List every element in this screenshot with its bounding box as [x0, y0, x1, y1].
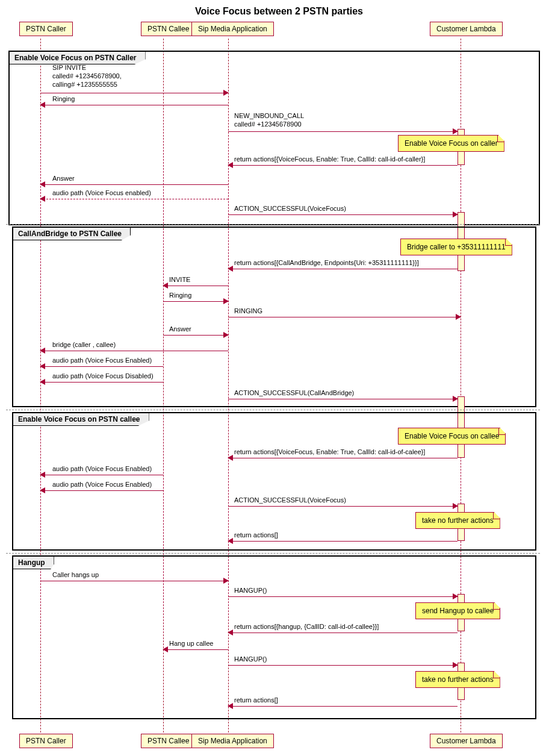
msg-answer-callee: Answer: [163, 329, 228, 330]
msg-hangup-callee: Hang up callee: [163, 643, 228, 644]
participant-caller-top: PSTN Caller: [19, 22, 73, 36]
msg-caller-hangs-up: Caller hangs up: [40, 575, 228, 575]
diagram-title: Voice Focus between 2 PSTN parties: [6, 6, 546, 17]
participant-callee-bottom: PSTN Callee: [141, 734, 196, 748]
msg-ringing-caller: Ringing: [40, 99, 228, 99]
note-enable-callee: Enable Voice Focus on callee: [398, 428, 506, 445]
msg-bridge: bridge (caller , callee): [40, 345, 228, 345]
msg-new-inbound: NEW_INBOUND_CALL called# +12345678900: [228, 125, 458, 126]
participant-lambda-bottom: Customer Lambda: [430, 734, 503, 748]
msg-ringing-lambda: RINGING: [228, 311, 461, 311]
note-send-hangup: send Hangup to callee: [415, 602, 500, 619]
note-enable-caller: Enable Voice Focus on caller: [398, 135, 504, 152]
msg-answer-caller: Answer: [40, 178, 228, 179]
msg-audio-vf-enabled-2: audio path (Voice Focus Enabled): [40, 360, 163, 361]
group-label-enable-caller: Enable Voice Focus on PSTN Caller: [10, 52, 146, 64]
msg-audio-vf-disabled: audio path (Voice Focus Disabled): [40, 376, 163, 376]
note-no-action-1: take no further actions: [415, 512, 500, 529]
msg-return-empty-1: return actions[]: [228, 535, 458, 536]
msg-action-ok-vf-2: ACTION_SUCCESSFUL(VoiceFocus): [228, 500, 458, 501]
participant-sma-bottom: Sip Media Application: [191, 734, 274, 748]
group-label-bridge: CallAndBridge to PSTN Callee: [13, 228, 131, 240]
msg-return-bridge: return actions[{CallAndBridge, Endpoints…: [228, 263, 458, 263]
msg-return-empty-2: return actions[]: [228, 700, 458, 701]
msg-audio-vf-enabled-3: audio path (Voice Focus Enabled): [40, 469, 163, 469]
separator-3: [6, 553, 540, 554]
participant-sma-top: Sip Media Application: [191, 22, 274, 36]
participant-caller-bottom: PSTN Caller: [19, 734, 73, 748]
msg-invite-callee: INVITE: [163, 280, 228, 280]
note-no-action-2: take no further actions: [415, 671, 500, 688]
msg-audio-vf-enabled-4: audio path (Voice Focus Enabled): [40, 484, 163, 485]
msg-return-vf-caller: return actions[{VoiceFocus, Enable: True…: [228, 159, 458, 160]
participant-lambda-top: Customer Lambda: [430, 22, 503, 36]
separator-2: [6, 410, 540, 410]
msg-return-hangup: return actions[{hangup, {CallID: call-id…: [228, 626, 458, 627]
note-bridge: Bridge caller to +35311111111: [400, 239, 512, 255]
participant-callee-top: PSTN Callee: [141, 22, 196, 36]
msg-hangup-2: HANGUP(): [228, 659, 458, 660]
msg-ringing-callee: Ringing: [163, 295, 228, 296]
sequence-diagram: PSTN Caller PSTN Callee Sip Media Applic…: [6, 22, 540, 745]
msg-hangup-1: HANGUP(): [228, 590, 458, 591]
group-label-hangup: Hangup: [13, 557, 54, 569]
msg-sip-invite: SIP INVITE called# +12345678900, calling…: [40, 87, 228, 87]
separator-1: [6, 224, 540, 225]
msg-action-ok-vf-1: ACTION_SUCCESSFUL(VoiceFocus): [228, 208, 458, 209]
group-label-enable-callee: Enable Voice Focus on PSTN callee: [13, 413, 149, 426]
msg-audio-vf-enabled-1: audio path (Voice Focus enabled): [40, 193, 228, 193]
msg-action-ok-bridge: ACTION_SUCCESSFUL(CallAndBridge): [228, 393, 458, 393]
msg-return-vf-callee: return actions[{VoiceFocus, Enable: True…: [228, 452, 458, 452]
